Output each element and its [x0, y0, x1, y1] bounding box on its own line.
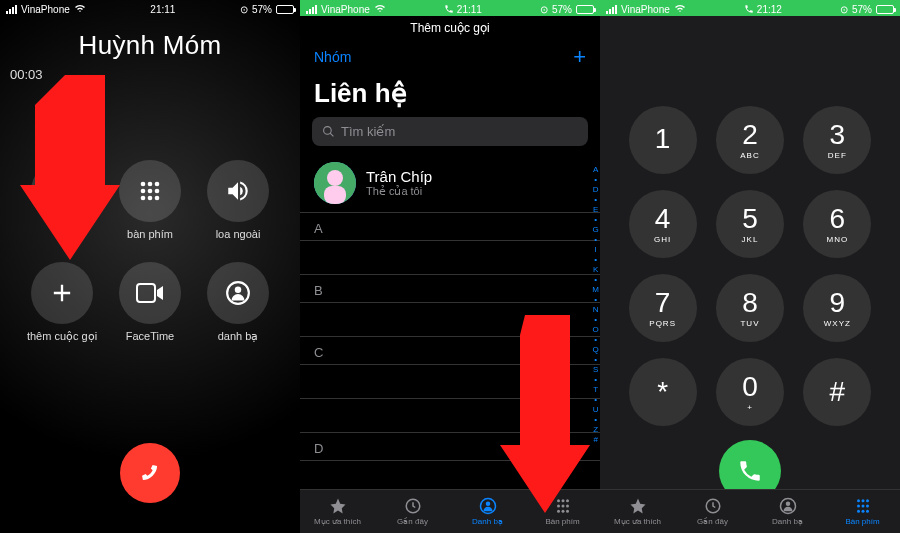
key-letters: DEF: [828, 151, 847, 160]
search-placeholder: Tìm kiếm: [341, 124, 395, 139]
phone-icon: [737, 458, 763, 484]
key-8[interactable]: 8TUV: [716, 274, 784, 342]
keypad-label: bàn phím: [127, 228, 173, 240]
list-item[interactable]: [300, 241, 600, 275]
signal-icon: [6, 5, 17, 14]
person-icon: [778, 497, 798, 515]
alarm-icon: ⊙: [240, 4, 248, 15]
battery-icon: [276, 5, 294, 14]
tab-favorites[interactable]: Mục ưa thích: [300, 490, 375, 533]
key-num: #: [830, 378, 846, 406]
wifi-icon: [374, 4, 386, 15]
alarm-icon: ⊙: [840, 4, 848, 15]
key-num: 4: [655, 205, 671, 233]
tab-label: Bàn phím: [845, 517, 879, 526]
groups-link[interactable]: Nhóm: [314, 49, 351, 65]
key-letters: GHI: [654, 235, 671, 244]
call-screen: VinaPhone 21:11 ⊙ 57% Huỳnh Móm 00:03 ng…: [0, 0, 300, 533]
key-num: 6: [830, 205, 846, 233]
key-num: 9: [830, 289, 846, 317]
tab-contacts[interactable]: Danh bạ: [750, 490, 825, 533]
key-num: 8: [742, 289, 758, 317]
key-num: 2: [742, 121, 758, 149]
key-letters: TUV: [740, 319, 759, 328]
add-call-button[interactable]: thêm cuộc gọi: [27, 262, 97, 343]
tab-label: Mục ưa thích: [314, 517, 361, 526]
battery-icon: [876, 5, 894, 14]
me-card[interactable]: Trân Chíp Thẻ của tôi: [300, 154, 600, 213]
contacts-button[interactable]: danh bạ: [207, 262, 269, 343]
tab-recents[interactable]: Gần đây: [675, 490, 750, 533]
annotation-arrow: [10, 75, 120, 265]
star-icon: [628, 497, 648, 515]
tab-label: Mục ưa thích: [614, 517, 661, 526]
index-strip[interactable]: A•D•E•G•I•K•M•N•O•Q•S•T•U•Z#: [592, 165, 599, 445]
battery-pct: 57%: [252, 4, 272, 15]
keypad-icon: [136, 177, 164, 205]
phone-icon: [744, 4, 754, 14]
signal-icon: [306, 5, 317, 14]
end-call-icon: [135, 458, 165, 488]
battery-pct: 57%: [852, 4, 872, 15]
end-call-button[interactable]: [120, 443, 180, 503]
search-input[interactable]: Tìm kiếm: [312, 117, 588, 146]
facetime-label: FaceTime: [126, 330, 175, 342]
keypad: 1 2ABC 3DEF 4GHI 5JKL 6MNO 7PQRS 8TUV 9W…: [600, 106, 900, 426]
add-contact-button[interactable]: +: [573, 44, 586, 70]
speaker-icon: [225, 178, 251, 204]
svg-point-40: [866, 510, 869, 513]
me-name: Trân Chíp: [366, 168, 432, 185]
tab-recents[interactable]: Gần đây: [375, 490, 450, 533]
svg-point-36: [861, 505, 864, 508]
svg-point-3: [141, 189, 146, 194]
key-letters: JKL: [742, 235, 759, 244]
key-0[interactable]: 0+: [716, 358, 784, 426]
facetime-icon: [136, 283, 164, 303]
key-num: 0: [742, 373, 758, 401]
key-2[interactable]: 2ABC: [716, 106, 784, 174]
tab-bar: Mục ưa thích Gần đây Danh bạ Bàn phím: [600, 489, 900, 533]
me-sub: Thẻ của tôi: [366, 185, 432, 198]
keypad-button[interactable]: bàn phím: [119, 160, 181, 240]
carrier-label: VinaPhone: [621, 4, 670, 15]
status-bar-active-call[interactable]: VinaPhone 21:12 ⊙ 57%: [600, 0, 900, 16]
clock-icon: [403, 497, 423, 515]
key-7[interactable]: 7PQRS: [629, 274, 697, 342]
status-time: 21:11: [150, 4, 175, 15]
clock-icon: [703, 497, 723, 515]
svg-point-7: [148, 196, 153, 201]
facetime-button[interactable]: FaceTime: [119, 262, 181, 343]
section-header: B: [300, 275, 600, 303]
contacts-icon: [225, 280, 251, 306]
avatar: [314, 162, 356, 204]
key-6[interactable]: 6MNO: [803, 190, 871, 258]
tab-label: Gần đây: [397, 517, 428, 526]
page-title: Liên hệ: [300, 74, 600, 117]
key-5[interactable]: 5JKL: [716, 190, 784, 258]
key-4[interactable]: 4GHI: [629, 190, 697, 258]
carrier-label: VinaPhone: [321, 4, 370, 15]
key-9[interactable]: 9WXYZ: [803, 274, 871, 342]
key-3[interactable]: 3DEF: [803, 106, 871, 174]
alarm-icon: ⊙: [540, 4, 548, 15]
key-hash[interactable]: #: [803, 358, 871, 426]
tab-favorites[interactable]: Mục ưa thích: [600, 490, 675, 533]
svg-point-32: [857, 499, 860, 502]
svg-point-33: [861, 499, 864, 502]
speaker-button[interactable]: loa ngoài: [207, 160, 269, 240]
phone-icon: [444, 4, 454, 14]
svg-point-31: [785, 502, 790, 507]
speaker-label: loa ngoài: [216, 228, 261, 240]
tab-keypad[interactable]: Bàn phím: [825, 490, 900, 533]
key-num: 5: [742, 205, 758, 233]
svg-point-0: [141, 182, 146, 187]
tab-label: Bàn phím: [545, 517, 579, 526]
status-bar: VinaPhone 21:11 ⊙ 57%: [0, 0, 300, 16]
key-1[interactable]: 1: [629, 106, 697, 174]
key-num: 7: [655, 289, 671, 317]
svg-point-5: [155, 189, 160, 194]
key-letters: PQRS: [649, 319, 676, 328]
status-bar-active-call[interactable]: VinaPhone 21:11 ⊙ 57%: [300, 0, 600, 16]
key-star[interactable]: *: [629, 358, 697, 426]
svg-line-13: [330, 133, 333, 136]
